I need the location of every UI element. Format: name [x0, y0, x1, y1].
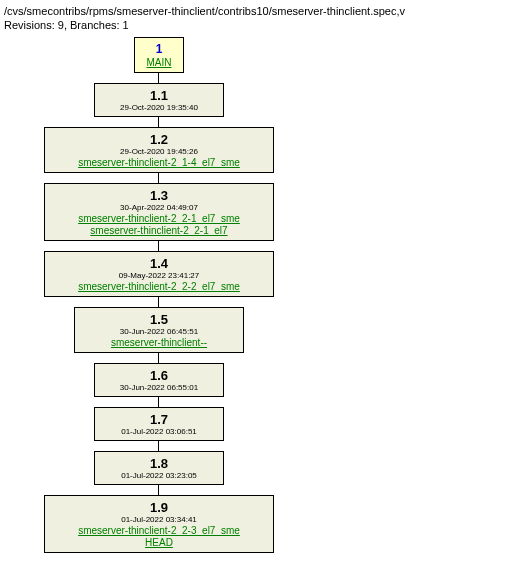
revision-node[interactable]: 1.330-Apr-2022 04:49:07smeserver-thincli…: [44, 183, 274, 241]
revision-date: 29-Oct-2020 19:45:26: [53, 147, 265, 156]
revision-graph: 1 MAIN 1.129-Oct-2020 19:35:401.229-Oct-…: [4, 37, 502, 553]
revision-date: 01-Jul-2022 03:34:41: [53, 515, 265, 524]
revision-node[interactable]: 1.630-Jun-2022 06:55:01: [94, 363, 224, 397]
revision-date: 30-Jun-2022 06:55:01: [103, 383, 215, 392]
revision-node[interactable]: 1.901-Jul-2022 03:34:41smeserver-thincli…: [44, 495, 274, 553]
revision-number[interactable]: 1.4: [53, 256, 265, 271]
revision-number[interactable]: 1.9: [53, 500, 265, 515]
revision-date: 01-Jul-2022 03:23:05: [103, 471, 215, 480]
revision-number[interactable]: 1.5: [83, 312, 235, 327]
revision-node[interactable]: 1.530-Jun-2022 06:45:51smeserver-thincli…: [74, 307, 244, 353]
revision-number[interactable]: 1.8: [103, 456, 215, 471]
revision-number[interactable]: 1.7: [103, 412, 215, 427]
revision-date: 30-Apr-2022 04:49:07: [53, 203, 265, 212]
revision-tag[interactable]: smeserver-thinclient-2_2-1_el7: [53, 224, 265, 236]
revision-tag[interactable]: smeserver-thinclient-2_1-4_el7_sme: [53, 156, 265, 168]
revision-number[interactable]: 1.3: [53, 188, 265, 203]
connector: [158, 297, 159, 307]
connector: [158, 73, 159, 83]
revision-date: 01-Jul-2022 03:06:51: [103, 427, 215, 436]
connector: [158, 485, 159, 495]
connector: [158, 353, 159, 363]
connector: [158, 173, 159, 183]
connector: [158, 441, 159, 451]
revision-date: 29-Oct-2020 19:35:40: [103, 103, 215, 112]
branch-label[interactable]: MAIN: [143, 56, 175, 68]
revision-tag[interactable]: smeserver-thinclient-2_2-3_el7_sme: [53, 524, 265, 536]
revision-tag[interactable]: HEAD: [53, 536, 265, 548]
revision-number[interactable]: 1.6: [103, 368, 215, 383]
connector: [158, 241, 159, 251]
revision-tag[interactable]: smeserver-thinclient-2_2-1_el7_sme: [53, 212, 265, 224]
revision-node[interactable]: 1.129-Oct-2020 19:35:40: [94, 83, 224, 117]
revision-date: 30-Jun-2022 06:45:51: [83, 327, 235, 336]
connector: [158, 117, 159, 127]
revision-tag[interactable]: smeserver-thinclient--: [83, 336, 235, 348]
revision-date: 09-May-2022 23:41:27: [53, 271, 265, 280]
branch-index: 1: [143, 42, 175, 56]
revision-node[interactable]: 1.801-Jul-2022 03:23:05: [94, 451, 224, 485]
revision-stats: Revisions: 9, Branches: 1: [4, 18, 502, 32]
branch-node-main[interactable]: 1 MAIN: [134, 37, 184, 73]
revision-tag[interactable]: smeserver-thinclient-2_2-2_el7_sme: [53, 280, 265, 292]
file-path: /cvs/smecontribs/rpms/smeserver-thinclie…: [4, 4, 502, 18]
revision-node[interactable]: 1.229-Oct-2020 19:45:26smeserver-thincli…: [44, 127, 274, 173]
revision-number[interactable]: 1.1: [103, 88, 215, 103]
connector: [158, 397, 159, 407]
revision-node[interactable]: 1.701-Jul-2022 03:06:51: [94, 407, 224, 441]
revision-number[interactable]: 1.2: [53, 132, 265, 147]
revision-node[interactable]: 1.409-May-2022 23:41:27smeserver-thincli…: [44, 251, 274, 297]
